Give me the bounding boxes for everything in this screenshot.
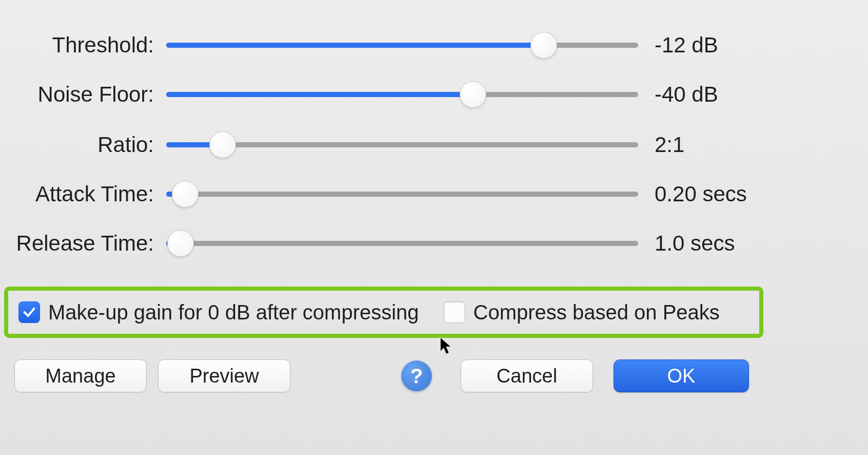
ratio-label: Ratio: <box>0 132 154 157</box>
makeup-gain-checkbox[interactable] <box>18 301 40 323</box>
help-button[interactable]: ? <box>401 361 432 391</box>
release-time-slider[interactable] <box>166 228 638 259</box>
cursor-icon <box>439 337 453 355</box>
slider-thumb[interactable] <box>530 32 557 59</box>
threshold-row: Threshold: -12 dB <box>0 30 868 61</box>
makeup-gain-label: Make-up gain for 0 dB after compressing <box>48 301 419 324</box>
threshold-value: -12 dB <box>655 33 868 58</box>
peaks-group: Compress based on Peaks <box>444 301 720 324</box>
noise-floor-value: -40 dB <box>655 82 868 107</box>
peaks-label: Compress based on Peaks <box>474 301 720 324</box>
slider-thumb[interactable] <box>460 81 486 108</box>
peaks-checkbox[interactable] <box>444 301 465 323</box>
slider-track <box>166 142 638 147</box>
attack-time-value: 0.20 secs <box>655 182 868 206</box>
ratio-value: 2:1 <box>655 132 868 157</box>
slider-fill <box>166 43 544 48</box>
cancel-button[interactable]: Cancel <box>461 359 593 392</box>
ratio-slider[interactable] <box>166 129 638 160</box>
noise-floor-slider[interactable] <box>166 79 638 110</box>
slider-fill <box>166 92 473 97</box>
noise-floor-label: Noise Floor: <box>0 82 154 107</box>
check-icon <box>22 305 36 319</box>
slider-thumb[interactable] <box>172 181 199 207</box>
noise-floor-row: Noise Floor: -40 dB <box>0 79 868 110</box>
threshold-label: Threshold: <box>0 33 154 58</box>
release-time-row: Release Time: 1.0 secs <box>0 228 868 259</box>
attack-time-slider[interactable] <box>166 179 638 210</box>
ok-button[interactable]: OK <box>614 359 749 392</box>
slider-thumb[interactable] <box>167 230 194 257</box>
compressor-dialog: Threshold: -12 dB Noise Floor: -40 dB Ra… <box>0 0 868 455</box>
release-time-value: 1.0 secs <box>655 231 868 256</box>
manage-button[interactable]: Manage <box>14 359 147 392</box>
slider-thumb[interactable] <box>209 131 236 158</box>
preview-button[interactable]: Preview <box>158 359 290 392</box>
slider-track <box>166 241 638 246</box>
slider-track <box>166 192 638 197</box>
makeup-gain-group: Make-up gain for 0 dB after compressing <box>18 301 419 324</box>
attack-time-row: Attack Time: 0.20 secs <box>0 179 868 210</box>
threshold-slider[interactable] <box>166 30 638 61</box>
attack-time-label: Attack Time: <box>0 182 154 206</box>
release-time-label: Release Time: <box>0 231 154 256</box>
checkbox-highlight-box: Make-up gain for 0 dB after compressing … <box>4 287 763 338</box>
ratio-row: Ratio: 2:1 <box>0 129 868 160</box>
